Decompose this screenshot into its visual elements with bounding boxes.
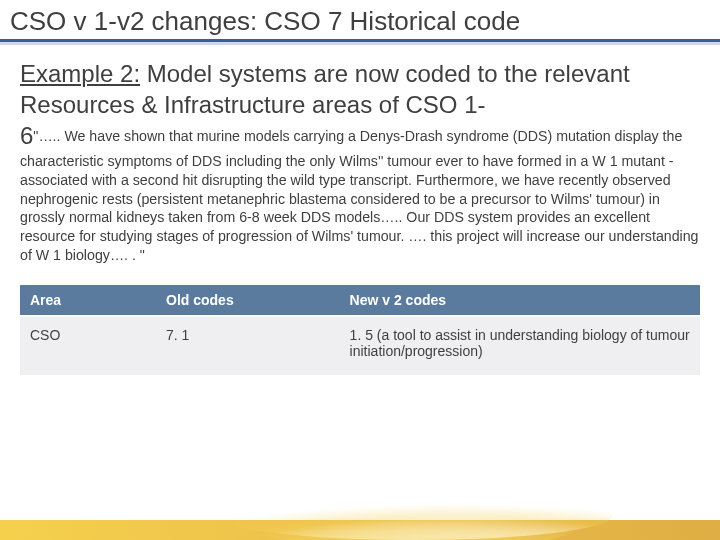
cell-new-codes: 1. 5 (a tool to assist in understanding … [340,316,700,375]
example-body-text: "….. We have shown that murine models ca… [20,128,699,262]
cell-old-codes: 7. 1 [156,316,340,375]
example-body: 6"….. We have shown that murine models c… [20,120,700,264]
table-header-row: Area Old codes New v 2 codes [20,285,700,316]
footer-decoration [0,492,720,540]
example-label: Example 2: [20,60,140,87]
col-header-old-codes: Old codes [156,285,340,316]
example-heading: Example 2: Model systems are now coded t… [20,59,700,120]
col-header-new-codes: New v 2 codes [340,285,700,316]
col-header-area: Area [20,285,156,316]
slide-title: CSO v 1-v2 changes: CSO 7 Historical cod… [0,0,720,42]
codes-table: Area Old codes New v 2 codes CSO 7. 1 1.… [20,285,700,375]
example-leading-number: 6 [20,122,33,149]
content-area: Example 2: Model systems are now coded t… [0,53,720,265]
codes-table-wrap: Area Old codes New v 2 codes CSO 7. 1 1.… [20,285,700,375]
table-row: CSO 7. 1 1. 5 (a tool to assist in under… [20,316,700,375]
title-underline-shadow [0,42,720,45]
cell-area: CSO [20,316,156,375]
